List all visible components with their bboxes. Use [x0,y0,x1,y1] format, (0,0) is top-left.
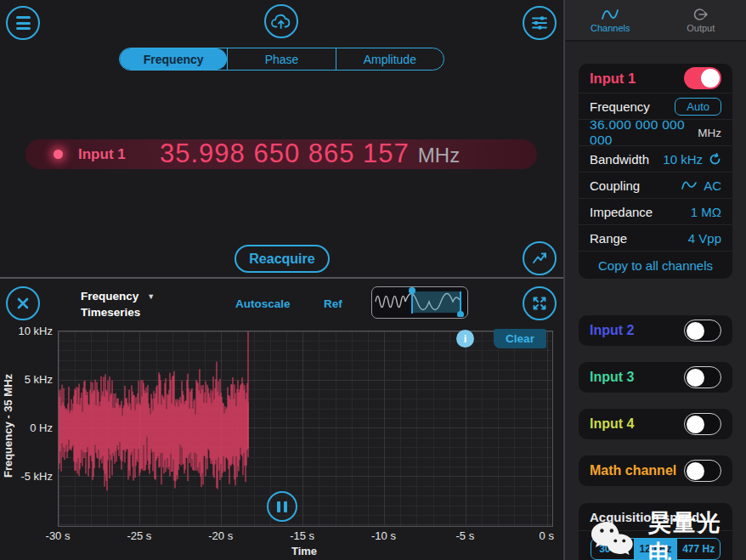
output-arrow-icon [692,8,709,21]
wechat-icon [589,520,643,556]
range-label: Range [590,231,627,246]
coupling-label: Coupling [590,178,640,193]
watermark-text: 昊量光电 [648,507,746,560]
reacquire-button[interactable]: Reacquire [235,245,330,273]
input1-toggle[interactable] [684,67,721,89]
ref-button[interactable]: Ref [324,297,342,310]
sine-wave-icon [681,180,698,190]
sine-wave-icon [599,8,621,21]
input4-label: Input 4 [590,416,634,432]
close-icon [16,297,30,310]
sidebar-tab-output-label: Output [687,23,715,33]
bandwidth-label: Bandwidth [590,152,649,167]
input3-toggle[interactable] [684,366,721,388]
fullscreen-button[interactable] [523,286,557,320]
timebase-preview[interactable] [371,286,468,319]
input1-panel: Input 1 Frequency Auto 36.000 000 000 00… [579,64,732,279]
y-axis-ticks: 10 kHz5 kHz0 Hz-5 kHz [0,331,53,525]
sliders-icon [530,14,549,32]
bandwidth-value[interactable]: 10 kHz [663,152,703,167]
impedance-label: Impedance [590,205,653,219]
y-tick-label: 0 Hz [0,421,53,434]
x-axis-ticks: -30 s-25 s-20 s-15 s-10 s-5 s0 s [58,529,551,543]
x-tick-label: -30 s [46,529,71,542]
measurement-tabs: Frequency Phase Amplitude [119,48,444,71]
readout-value: 35.998 650 865 157 [160,139,410,168]
input3-label: Input 3 [590,370,634,385]
timeseries-plot[interactable]: i Clear [58,331,553,527]
watermark: 昊量光电 [589,507,746,560]
timeseries-title-line1: Frequency [81,290,138,303]
impedance-value[interactable]: 1 MΩ [691,205,721,219]
x-tick-label: -15 s [290,529,314,542]
dropdown-caret-icon: ▼ [147,290,155,304]
sidebar-tab-channels[interactable]: Channels [565,0,656,40]
math-channel-toggle[interactable] [684,460,721,482]
expand-arrows-icon [530,294,549,313]
y-tick-label: 5 kHz [0,373,53,386]
x-tick-label: 0 s [540,529,554,542]
pause-icon [284,501,287,512]
upload-button[interactable] [264,4,298,38]
timebase-preview-wave [372,287,466,317]
input4-panel: Input 4 [579,409,732,439]
sidebar-tab-channels-label: Channels [591,23,630,33]
tab-phase[interactable]: Phase [227,48,335,70]
status-dot [54,150,63,159]
range-value[interactable]: 4 Vpp [688,231,721,246]
tab-frequency[interactable]: Frequency [120,48,227,70]
sidebar-tabs: Channels Output [565,0,746,42]
frequency-unit: MHz [698,127,721,139]
sidebar-tab-output[interactable]: Output [656,0,746,40]
x-tick-label: -25 s [127,529,151,542]
timeseries-title-line2: Timeseries [81,305,155,320]
pause-button[interactable] [267,491,297,522]
math-channel-label: Math channel [590,463,676,478]
copy-to-all-channels-button[interactable]: Copy to all channels [579,251,732,279]
input2-panel: Input 2 [579,315,732,346]
input2-label: Input 2 [590,323,634,338]
cloud-upload-icon [271,13,291,30]
refresh-icon[interactable] [709,153,721,166]
input1-title: Input 1 [590,71,636,87]
math-channel-panel: Math channel [579,455,732,486]
auto-frequency-button[interactable]: Auto [675,98,721,116]
x-tick-label: -5 s [456,529,475,542]
section-divider [0,277,563,279]
autoscale-button[interactable]: Autoscale [235,297,291,310]
chart-style-button[interactable] [523,241,557,275]
settings-button[interactable] [523,6,557,40]
readout-unit: MHz [418,144,460,167]
frequency-readout: Input 1 35.998 650 865 157 MHz [25,139,537,169]
sidebar: Channels Output Input 1 Frequency Auto [563,0,746,560]
y-tick-label: 10 kHz [0,325,53,337]
frequency-counter-app: Frequency Phase Amplitude Input 1 35.998… [0,0,746,560]
frequency-label: Frequency [590,99,650,114]
info-button[interactable]: i [456,330,474,348]
preview-handle-left[interactable] [409,287,415,294]
tab-amplitude[interactable]: Amplitude [336,48,444,70]
readout-channel-label: Input 1 [78,146,126,163]
input4-toggle[interactable] [684,413,721,435]
x-axis-title: Time [291,545,317,557]
clear-button[interactable]: Clear [494,329,546,348]
x-tick-label: -10 s [371,529,396,542]
frequency-value[interactable]: 36.000 000 000 000 [590,117,692,148]
input3-panel: Input 3 [579,362,732,393]
close-timeseries-button[interactable] [6,286,40,320]
hamburger-icon [16,16,31,30]
coupling-value[interactable]: AC [704,178,721,193]
input2-toggle[interactable] [684,320,721,342]
trend-line-icon [530,249,549,268]
x-tick-label: -20 s [208,529,233,542]
pause-icon [277,501,280,512]
y-tick-label: -5 kHz [0,470,53,483]
menu-button[interactable] [6,6,40,40]
timeseries-title[interactable]: Frequency▼ Timeseries [81,289,155,320]
